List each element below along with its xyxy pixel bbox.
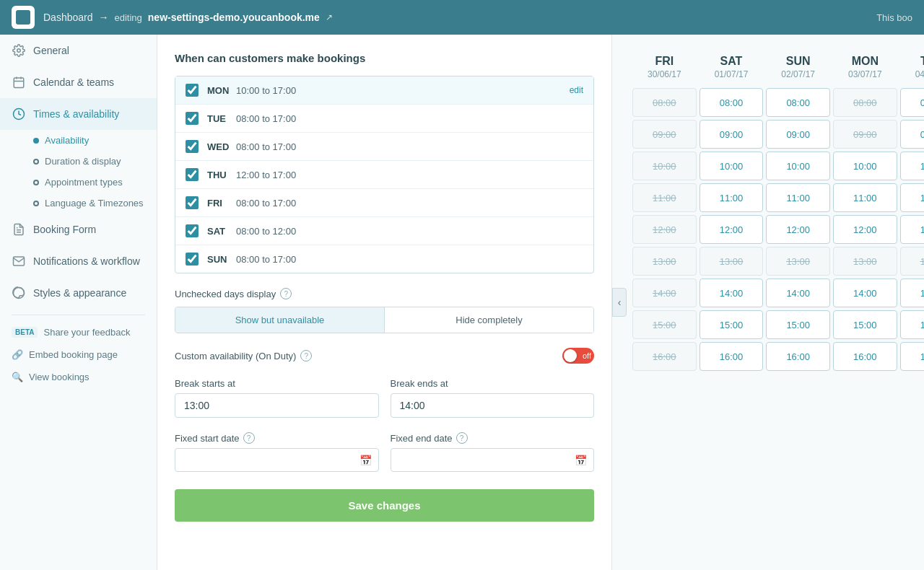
calendar-cell[interactable]: 14:00 [699,279,764,307]
cal-col-tue: TUE 04/07/17 [900,49,924,85]
custom-avail-toggle[interactable]: off [562,348,594,364]
calendar-cell: 13:00 [632,247,697,276]
calendar-cell[interactable]: 14:00 [900,279,924,307]
clock-icon [12,107,26,121]
sidebar-item-notifications[interactable]: Notifications & workflow [0,245,157,277]
sidebar-item-styles[interactable]: Styles & appearance [0,277,157,309]
hide-completely-button[interactable]: Hide completely [385,307,593,333]
save-changes-button[interactable]: Save changes [175,489,594,522]
mon-checkbox[interactable] [186,84,199,97]
calendar-cell[interactable]: 12:00 [833,215,897,244]
dot-icon-appointment [33,180,39,185]
break-starts-input[interactable] [175,393,379,418]
show-unavailable-button[interactable]: Show but unavailable [175,307,385,333]
calendar-cell[interactable]: 15:00 [900,310,924,339]
calendar-cell[interactable]: 16:00 [766,342,830,371]
calendar-header: FRI 30/06/17 SAT 01/07/17 SUN 02/07/17 M… [632,49,924,85]
tue-date-label: 04/07/17 [903,69,924,79]
fri-checkbox[interactable] [186,196,199,209]
calendar-cell[interactable]: 15:00 [833,310,897,339]
sidebar-item-calendar-teams[interactable]: Calendar & teams [0,66,157,98]
beta-badge: BETA [12,327,38,338]
sat-label: SAT [207,226,236,237]
calendar-cell[interactable]: 12:00 [699,215,764,244]
topbar: Dashboard → editing new-settings-demo.yo… [0,0,924,35]
calendar-cell[interactable]: 15:00 [766,310,830,339]
svg-rect-1 [14,78,24,88]
sidebar-sub-duration[interactable]: Duration & display [33,151,157,172]
break-ends-input[interactable] [391,393,595,418]
calendar-cell[interactable]: 16:00 [699,342,764,371]
tue-checkbox[interactable] [186,112,199,125]
sidebar-share-feedback[interactable]: BETA Share your feedback [0,321,157,343]
sidebar-item-booking-form[interactable]: Booking Form [0,214,157,245]
editing-label: editing [115,12,142,23]
calendar-cell[interactable]: 10:00 [833,152,897,180]
external-link-icon[interactable]: ↗ [326,12,333,22]
domain-label: new-settings-demo.youcanbook.me [148,12,320,23]
mon-day-label: MON [836,55,894,68]
sidebar-item-general-label: General [33,45,69,56]
toggle-track[interactable]: off [562,348,594,364]
sidebar-sub-appointment-types[interactable]: Appointment types [33,172,157,193]
sidebar-sub-language-label: Language & Timezones [45,198,144,209]
fixed-end-help-icon[interactable]: ? [456,432,468,444]
calendar-cell: 13:00 [833,247,897,276]
fixed-start-help-icon[interactable]: ? [243,432,255,444]
cal-col-fri: FRI 30/06/17 [632,49,697,85]
dashboard-link[interactable]: Dashboard [43,12,93,23]
calendar-cell[interactable]: 08:00 [900,88,924,117]
fixed-end-input[interactable] [391,448,595,472]
wed-checkbox[interactable] [186,140,199,153]
calendar-cell[interactable]: 11:00 [833,183,897,212]
calendar-cell[interactable]: 11:00 [699,183,764,212]
topbar-right-text: This boo [876,12,912,23]
calendar-cell[interactable]: 08:00 [699,88,764,117]
fixed-start-input[interactable] [175,448,379,472]
calendar-collapse-button[interactable]: ‹ [612,288,627,317]
calendar-inner: FRI 30/06/17 SAT 01/07/17 SUN 02/07/17 M… [612,35,924,385]
calendar-cell[interactable]: 16:00 [900,342,924,371]
sun-day-label: SUN [769,55,827,68]
dot-icon-language [33,201,39,206]
calendar-cell[interactable]: 08:00 [766,88,830,117]
logo[interactable] [12,6,35,29]
sidebar-view-bookings[interactable]: 🔍 View bookings [0,366,157,388]
unchecked-help-icon[interactable]: ? [280,288,292,299]
section-title: When can customers make bookings [175,52,594,64]
mon-edit-link[interactable]: edit [570,85,583,95]
sidebar-sub-availability[interactable]: Availability [33,130,157,151]
sidebar-sub-appointment-label: Appointment types [45,177,123,188]
calendar-cell[interactable]: 15:00 [699,310,764,339]
fixed-start-input-wrap: 📅 [175,448,379,472]
calendar-cell[interactable]: 14:00 [766,279,830,307]
calendar-cell[interactable]: 14:00 [833,279,897,307]
custom-avail-help-icon[interactable]: ? [300,350,312,361]
sidebar-item-times[interactable]: Times & availability [0,98,157,130]
thu-checkbox[interactable] [186,168,199,181]
sidebar-sub-language[interactable]: Language & Timezones [33,193,157,214]
sat-checkbox[interactable] [186,224,199,237]
calendar-cell[interactable]: 12:00 [766,215,830,244]
sun-checkbox[interactable] [186,253,199,266]
calendar-cell[interactable]: 11:00 [766,183,830,212]
sidebar-embed-booking[interactable]: 🔗 Embed booking page [0,343,157,366]
calendar-cell[interactable]: 09:00 [900,120,924,149]
mon-time: 10:00 to 17:00 [236,85,570,96]
calendar-cell[interactable]: 10:00 [766,152,830,180]
calendar-cell[interactable]: 12:00 [900,215,924,244]
calendar-cell[interactable]: 11:00 [900,183,924,212]
calendar-cell[interactable]: 10:00 [699,152,764,180]
sidebar-item-general[interactable]: General [0,35,157,66]
link-icon: 🔗 [12,349,23,360]
break-ends-label: Break ends at [391,378,595,389]
calendar-cell: 12:00 [632,215,697,244]
calendar-cell[interactable]: 09:00 [699,120,764,149]
fixed-end-input-wrap: 📅 [391,448,595,472]
break-times-row: Break starts at Break ends at [175,378,594,418]
calendar-cell[interactable]: 09:00 [766,120,830,149]
calendar-cell[interactable]: 16:00 [833,342,897,371]
calendar-cell[interactable]: 10:00 [900,152,924,180]
sidebar-item-booking-form-label: Booking Form [33,224,96,235]
palette-icon [12,286,26,300]
